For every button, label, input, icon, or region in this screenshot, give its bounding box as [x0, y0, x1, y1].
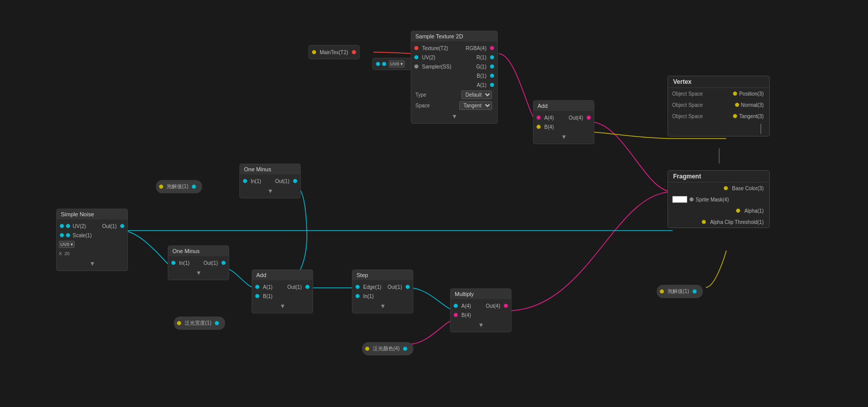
- maintex-output-port[interactable]: [312, 50, 316, 54]
- om-bot-header: One Minus: [168, 246, 229, 256]
- step-expand[interactable]: ▾: [352, 301, 413, 311]
- tv-top-port[interactable]: [159, 185, 163, 189]
- uv0-top-dot2: [382, 62, 386, 66]
- sn-scale-dot2: [66, 233, 70, 237]
- st-a-out[interactable]: [490, 83, 494, 87]
- step-out[interactable]: [406, 285, 410, 289]
- mul-expand[interactable]: ▾: [451, 320, 511, 330]
- step-edge-in[interactable]: [355, 285, 360, 289]
- step-header: Step: [352, 270, 413, 280]
- add-top-out[interactable]: [587, 116, 591, 120]
- om-bot-in[interactable]: [171, 261, 175, 265]
- om-top-header: One Minus: [240, 164, 300, 174]
- vertex-tangent-port[interactable]: [733, 114, 737, 118]
- om-top-out[interactable]: [293, 179, 297, 183]
- st-space-select[interactable]: Tangent: [459, 101, 492, 110]
- sn-uv-dot1[interactable]: [60, 224, 64, 228]
- maintex-node: MainTex(T2): [308, 45, 360, 59]
- vertex-normal-row: Object Space Normal(3): [668, 99, 769, 110]
- add-top-b-in[interactable]: [537, 125, 541, 129]
- sn-out-port[interactable]: [120, 224, 124, 228]
- rc-right[interactable]: [403, 347, 407, 351]
- step-node: Step Edge(1) Out(1) In(1) ▾: [352, 269, 413, 313]
- multiply-node: Multiply A(4) Out(4) B(4) ▾: [450, 288, 511, 332]
- fragment-spritemask-port[interactable]: [689, 197, 694, 201]
- vertex-tangent-row: Object Space Tangent(3): [668, 110, 769, 122]
- add-top-header: Add: [533, 101, 594, 111]
- fragment-alphaclip-label: Alpha Clip Threshold(1): [710, 219, 764, 225]
- uv0-top-select[interactable]: UV0 ▾: [389, 60, 405, 67]
- add-bot-node: Add A(1) Out(1) B(1) ▾: [252, 269, 313, 313]
- mul-b-in[interactable]: [454, 313, 458, 317]
- tangent-value-top-node: 泡解值(1): [156, 180, 202, 193]
- st-r-out[interactable]: [490, 55, 494, 59]
- tv-bot-left[interactable]: [660, 289, 664, 293]
- st-type-select[interactable]: Default: [461, 91, 492, 99]
- mul-out[interactable]: [504, 304, 508, 308]
- maintex-right-port[interactable]: [352, 50, 356, 54]
- om-top-expand[interactable]: ▾: [240, 186, 300, 196]
- sn-uv-select[interactable]: UV0 ▾: [59, 241, 75, 248]
- vertex-position-row: Object Space Position(3): [668, 88, 769, 99]
- simple-noise-node: Simple Noise UV(2) Out(1) Scale(1) UV0 ▾…: [56, 209, 128, 271]
- st-space-row: Space Tangent: [411, 100, 497, 111]
- fragment-spritemask-swatch: [672, 196, 687, 203]
- add-top-node: Add A(4) Out(4) B(4) ▾: [533, 100, 594, 144]
- st-texture-in[interactable]: [414, 46, 418, 50]
- vertex-panel: Vertex Object Space Position(3) Object S…: [667, 76, 770, 137]
- step-in-in[interactable]: [355, 294, 360, 298]
- om-bot-out[interactable]: [221, 261, 226, 265]
- vertex-position-port[interactable]: [733, 92, 737, 96]
- tv-bot-right[interactable]: [693, 289, 697, 293]
- one-minus-bot-node: One Minus In(1) Out(1) ▾: [168, 245, 229, 280]
- sn-scale-dot1[interactable]: [60, 233, 64, 237]
- fragment-spritemask-label: Sprite Mask(4): [696, 197, 729, 202]
- radiance-width-node: 泛光宽度(1): [174, 316, 225, 330]
- st-uv-in[interactable]: [414, 55, 418, 59]
- add-bot-header: Add: [252, 270, 313, 280]
- fragment-title: Fragment: [668, 171, 769, 183]
- fragment-alpha-label: Alpha(1): [744, 208, 764, 214]
- fragment-alpha-port[interactable]: [736, 209, 740, 213]
- uv0-top-left[interactable]: [376, 62, 380, 66]
- vertex-position-label: Position(3): [739, 91, 764, 97]
- add-bot-expand[interactable]: ▾: [252, 301, 313, 311]
- fragment-basecolor-row: Base Color(3): [668, 183, 769, 194]
- sn-uv-dot2: [66, 224, 70, 228]
- add-top-a-in[interactable]: [537, 116, 541, 120]
- fragment-basecolor-label: Base Color(3): [732, 186, 764, 191]
- radiance-color-node: 泛光颜色(4): [362, 342, 413, 355]
- fragment-alpha-row: Alpha(1): [668, 205, 769, 216]
- vertex-title: Vertex: [668, 76, 769, 88]
- sn-expand[interactable]: ▾: [57, 258, 127, 268]
- fragment-panel: Fragment Base Color(3) Sprite Mask(4) Al…: [667, 170, 770, 228]
- multiply-header: Multiply: [451, 289, 511, 299]
- mul-a-in[interactable]: [454, 304, 458, 308]
- fragment-alphaclip-port[interactable]: [702, 220, 706, 224]
- fragment-spritemask-row: Sprite Mask(4): [668, 194, 769, 205]
- rw-left[interactable]: [177, 321, 181, 325]
- vertex-normal-port[interactable]: [735, 103, 739, 107]
- add-bot-out[interactable]: [305, 285, 309, 289]
- st-g-out[interactable]: [490, 64, 494, 69]
- rc-left[interactable]: [365, 347, 369, 351]
- add-bot-b-in[interactable]: [255, 294, 259, 298]
- tv-top-right[interactable]: [192, 185, 196, 189]
- om-bot-expand[interactable]: ▾: [168, 267, 229, 278]
- tangent-value-bot-node: 泡解值(1): [657, 285, 703, 298]
- st-b-out[interactable]: [490, 74, 494, 78]
- st-rgba-out[interactable]: [490, 46, 494, 50]
- sample-texture-node: Sample Texture 2D Texture(T2) RGBA(4) UV…: [411, 31, 498, 124]
- st-sampler-in[interactable]: [414, 64, 418, 69]
- st-type-row: Type Default: [411, 89, 497, 100]
- add-top-expand[interactable]: ▾: [533, 131, 594, 142]
- st-expand[interactable]: ▾: [411, 111, 497, 121]
- vertex-normal-label: Normal(3): [741, 102, 764, 108]
- uv0-top-node: UV0 ▾: [372, 58, 413, 70]
- rw-right[interactable]: [215, 321, 219, 325]
- simple-noise-header: Simple Noise: [57, 209, 127, 219]
- fragment-basecolor-port[interactable]: [724, 186, 728, 190]
- add-bot-a-in[interactable]: [255, 285, 259, 289]
- om-top-in[interactable]: [243, 179, 247, 183]
- maintex-label: MainTex(T2): [320, 50, 348, 55]
